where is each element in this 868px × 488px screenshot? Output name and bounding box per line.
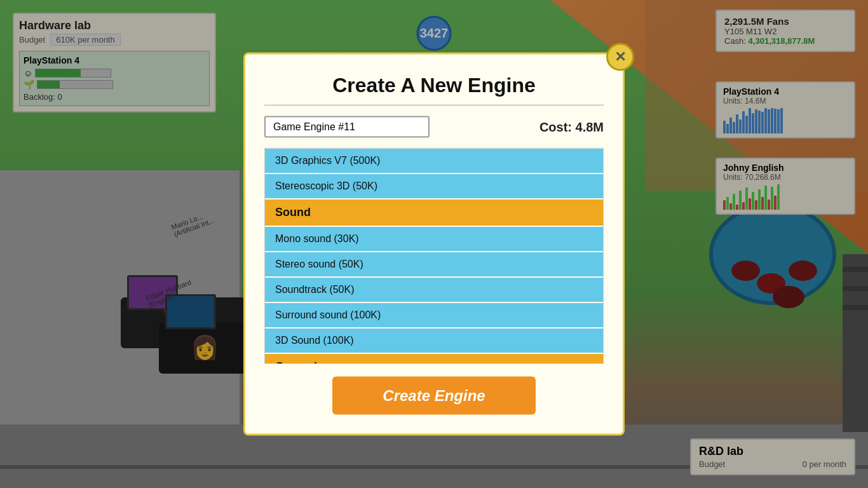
feature-item-3[interactable]: Mono sound (30K): [265, 227, 603, 252]
close-button[interactable]: ✕: [606, 43, 634, 71]
feature-item-6[interactable]: Surround sound (100K): [265, 303, 603, 329]
engine-name-row: Cost: 4.8M: [264, 116, 604, 138]
engine-name-input[interactable]: [264, 116, 430, 138]
feature-item-5[interactable]: Soundtrack (50K): [265, 278, 603, 303]
cost-label: Cost: 4.8M: [539, 119, 604, 134]
feature-category-8: Gameplay: [265, 354, 603, 364]
feature-item-0[interactable]: 3D Graphics V7 (500K): [265, 149, 603, 174]
modal-title: Create A New Engine: [264, 74, 604, 106]
feature-category-2: Sound: [265, 200, 603, 227]
feature-item-7[interactable]: 3D Sound (100K): [265, 329, 603, 354]
feature-item-4[interactable]: Stereo sound (50K): [265, 252, 603, 278]
feature-item-1[interactable]: Stereoscopic 3D (50K): [265, 174, 603, 200]
create-engine-modal: ✕ Create A New Engine Cost: 4.8M 3D Grap…: [243, 53, 625, 436]
create-engine-button[interactable]: Create Engine: [332, 377, 536, 415]
features-list[interactable]: 3D Graphics V7 (500K)Stereoscopic 3D (50…: [264, 148, 604, 364]
